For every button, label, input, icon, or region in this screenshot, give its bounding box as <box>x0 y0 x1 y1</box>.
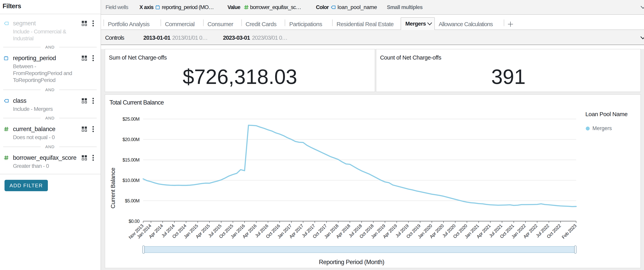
svg-text:$0.00: $0.00 <box>129 219 140 224</box>
svg-text:Feb 2023: Feb 2023 <box>561 223 578 240</box>
svg-text:$5.00M: $5.00M <box>125 198 140 203</box>
svg-text:$15.00M: $15.00M <box>122 157 140 163</box>
svg-text:$10.00M: $10.00M <box>122 178 140 183</box>
svg-text:$20.00M: $20.00M <box>122 137 140 142</box>
svg-text:$25.00M: $25.00M <box>122 116 140 122</box>
